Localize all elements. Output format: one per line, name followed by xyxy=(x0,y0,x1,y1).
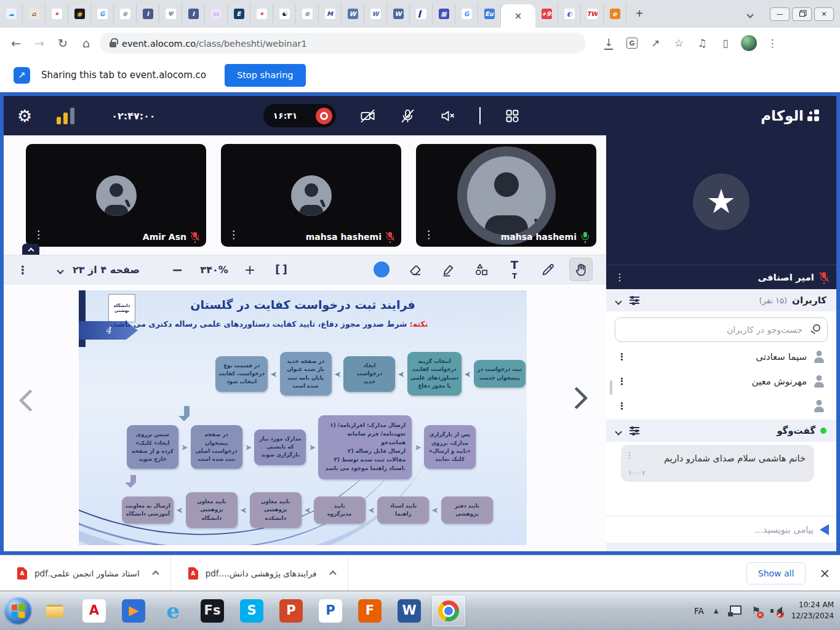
speaker-muted-icon[interactable] xyxy=(439,108,456,124)
pinned-tab[interactable]: ⌂ xyxy=(23,4,46,24)
tile-menu-icon[interactable]: ⋮ xyxy=(228,228,239,241)
user-list-item[interactable]: سیما سعادتی xyxy=(606,345,836,369)
browser-action-icon[interactable]: ⋮ xyxy=(762,33,783,54)
clock[interactable]: 10:24 AM 12/23/2024 xyxy=(791,600,834,621)
pinned-tab[interactable]: W xyxy=(387,4,410,24)
layout-grid-icon[interactable] xyxy=(504,108,521,124)
record-button-icon[interactable] xyxy=(316,108,332,124)
browser-action-icon[interactable]: ↓ xyxy=(598,33,619,54)
connection-signal-icon[interactable] xyxy=(57,108,74,124)
volume-muted-icon[interactable] xyxy=(770,606,782,616)
browser-action-icon[interactable]: ♫ xyxy=(692,33,713,54)
pinned-tab[interactable]: ☁ xyxy=(0,4,23,24)
pinned-tab[interactable]: Eu xyxy=(478,4,501,24)
taskbar-app-icon[interactable]: Fs xyxy=(196,596,229,626)
text-tool-icon[interactable] xyxy=(503,258,526,281)
lock-icon[interactable] xyxy=(110,42,116,47)
color-picker-icon[interactable] xyxy=(370,258,393,281)
pinned-tab[interactable]: ◉ xyxy=(68,4,91,24)
home-icon[interactable]: ⌂ xyxy=(76,33,96,53)
download-expand-icon[interactable] xyxy=(153,567,158,579)
video-tile[interactable]: ⋮ mahsa hashemi xyxy=(416,144,596,247)
document-menu-icon[interactable]: ⋮ xyxy=(17,263,28,276)
chat-collapse-chevron-icon[interactable] xyxy=(616,425,621,437)
taskbar-app-icon[interactable] xyxy=(432,596,465,626)
pinned-tab[interactable]: I xyxy=(137,4,159,24)
download-item[interactable]: استاد مشاور انجمن علمی.pdf xyxy=(0,556,171,591)
mic-off-icon[interactable] xyxy=(399,108,416,124)
tile-menu-icon[interactable]: ⋮ xyxy=(423,228,434,241)
camera-off-icon[interactable] xyxy=(359,108,376,124)
users-filter-icon[interactable] xyxy=(630,297,639,304)
pinned-tab[interactable]: G xyxy=(91,4,114,24)
pinned-tab[interactable]: ◐ xyxy=(558,4,581,24)
user-menu-icon[interactable] xyxy=(617,351,626,362)
chat-panel-header[interactable]: گفت‌وگو xyxy=(606,420,836,442)
chat-filter-icon[interactable] xyxy=(630,427,639,434)
pinned-tab[interactable]: ▭ xyxy=(205,4,228,24)
back-icon[interactable]: ← xyxy=(6,33,26,53)
active-tab[interactable]: × xyxy=(501,4,535,28)
pinned-tab[interactable]: E xyxy=(228,4,250,24)
browser-action-icon[interactable]: ▯ xyxy=(715,33,736,54)
user-list-item[interactable]: مهرنوش معین xyxy=(606,369,836,394)
zoom-in-icon[interactable]: + xyxy=(244,262,255,277)
stop-sharing-button[interactable]: Stop sharing xyxy=(225,64,306,87)
pinned-tab[interactable]: I xyxy=(182,4,205,24)
user-menu-icon[interactable] xyxy=(617,401,626,412)
restore-button[interactable] xyxy=(792,7,812,21)
page-dropdown-icon[interactable] xyxy=(58,264,63,276)
pinned-tab[interactable]: ▦ xyxy=(433,4,455,24)
taskbar-app-icon[interactable]: P xyxy=(314,596,347,626)
pinned-tab[interactable]: ▍ xyxy=(410,4,433,24)
hand-tool-icon[interactable] xyxy=(569,258,593,281)
pencil-icon[interactable] xyxy=(536,258,559,281)
taskbar-app-icon[interactable] xyxy=(38,596,71,626)
browser-action-icon[interactable]: ↗ xyxy=(645,33,666,54)
previous-slide-chevron-icon[interactable] xyxy=(19,389,42,412)
collapse-tiles-tab[interactable] xyxy=(22,244,39,255)
pinned-tab[interactable]: W xyxy=(342,4,364,24)
highlighter-icon[interactable] xyxy=(436,258,460,281)
eraser-icon[interactable] xyxy=(403,258,426,281)
settings-gear-icon[interactable]: ⚙ xyxy=(17,106,32,126)
chat-message-bubble[interactable]: خانم هاشمی سلام صدای شمارو داریم ۱۰:۰۷ xyxy=(621,445,814,482)
tile-menu-icon[interactable]: ⋮ xyxy=(33,228,44,241)
close-window-button[interactable]: × xyxy=(814,7,834,21)
download-expand-icon[interactable] xyxy=(330,567,335,579)
fullscreen-icon[interactable]: [] xyxy=(275,263,290,276)
forward-icon[interactable]: → xyxy=(30,33,49,53)
pinned-tab[interactable]: ✶ xyxy=(250,4,273,24)
browser-action-icon[interactable]: ☆ xyxy=(668,33,689,54)
browser-action-icon[interactable]: G xyxy=(622,33,642,54)
taskbar-app-icon[interactable]: S xyxy=(235,596,268,626)
user-search-input[interactable] xyxy=(615,317,828,342)
taskbar-app-icon[interactable]: W xyxy=(393,596,426,626)
pinned-tab[interactable]: e xyxy=(604,4,626,24)
pinned-tab[interactable]: ☯ xyxy=(273,4,296,24)
browser-action-icon[interactable] xyxy=(738,33,759,54)
presenter-menu-icon[interactable]: ⋮ xyxy=(615,271,625,283)
download-item[interactable]: فرایندهای پژوهشی دانش....pdf xyxy=(171,556,348,591)
address-bar[interactable]: event.alocom.co/class/beheshti/webinar1 xyxy=(100,33,586,54)
taskbar-app-icon[interactable]: ▶ xyxy=(117,596,150,626)
close-downloads-icon[interactable]: × xyxy=(819,566,830,581)
minimize-button[interactable]: — xyxy=(770,7,790,21)
taskbar-app-icon[interactable]: A xyxy=(78,596,111,626)
start-button-icon[interactable] xyxy=(4,597,32,625)
close-tab-icon[interactable]: × xyxy=(514,10,522,22)
pinned-tab[interactable]: M xyxy=(319,4,342,24)
video-tile[interactable]: ⋮ Amir Asn xyxy=(26,144,206,247)
users-scrollbar[interactable] xyxy=(610,380,612,395)
page-indicator[interactable]: صفحه ۴ از ۲۳ xyxy=(73,264,140,276)
video-tile[interactable]: ⋮ mahsa hashemi xyxy=(221,144,401,247)
shapes-icon[interactable] xyxy=(470,258,493,281)
pinned-tab[interactable]: TW xyxy=(581,4,604,24)
show-hidden-icons[interactable]: ▲ xyxy=(714,607,719,614)
taskbar-app-icon[interactable]: F xyxy=(353,596,386,626)
pinned-tab[interactable]: Ψ xyxy=(159,4,182,24)
message-menu-icon[interactable] xyxy=(626,451,633,460)
network-icon[interactable] xyxy=(728,605,742,616)
users-panel-header[interactable]: کاربران (۱۵ نفر) xyxy=(606,289,836,311)
show-all-downloads-button[interactable]: Show all xyxy=(746,562,806,584)
